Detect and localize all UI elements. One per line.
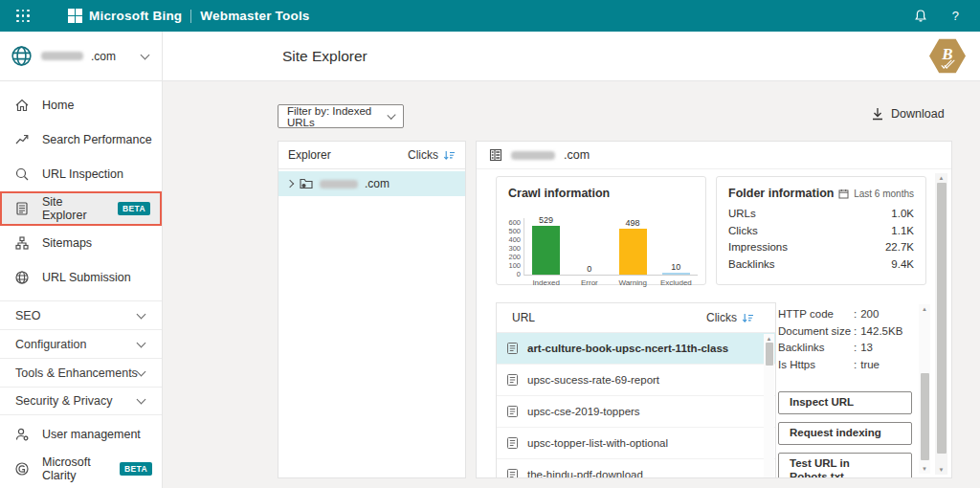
url-list-item[interactable]: upsc-sucess-rate-69-report xyxy=(497,365,775,396)
sidebar-item-microsoft-clarity[interactable]: Microsoft Clarity BETA xyxy=(0,452,162,486)
url-label: the-hindu-pdf-download xyxy=(527,469,643,478)
sidebar-item-site-explorer[interactable]: Site Explorer BETA xyxy=(0,191,162,226)
globe-icon xyxy=(10,44,33,68)
sidebar-item-label: SEO xyxy=(15,309,40,322)
sidebar-accordion-group: SEO Configuration Tools & Enhancements S… xyxy=(0,300,162,415)
url-label: upsc-topper-list-with-optional xyxy=(527,437,668,449)
redacted-domain xyxy=(511,151,555,160)
site-explorer-icon xyxy=(14,201,30,216)
crawl-information-card: Crawl information 600500 400300 200100 0… xyxy=(496,176,706,285)
product-name: Webmaster Tools xyxy=(200,9,309,23)
brand-name: Microsoft Bing xyxy=(89,9,182,23)
site-detail-panel: .com Crawl information 600500 400300 200… xyxy=(476,141,952,478)
sidebar-item-configuration[interactable]: Configuration xyxy=(0,329,162,358)
sidebar-item-sitemaps[interactable]: Sitemaps xyxy=(0,226,162,260)
sidebar-item-label: User management xyxy=(42,428,141,441)
magnifier-icon xyxy=(14,166,30,182)
url-list-item[interactable]: upsc-cse-2019-toppers xyxy=(497,396,775,428)
url-list-scrollbar[interactable]: ▲ ▼ xyxy=(764,334,774,478)
stat-row-backlinks: Backlinks9.4K xyxy=(728,256,914,274)
page-header: Site Explorer B xyxy=(163,32,980,81)
url-list-title: URL xyxy=(512,311,535,324)
request-indexing-button[interactable]: Request indexing xyxy=(778,422,912,445)
sort-descending-icon xyxy=(742,313,754,323)
document-icon xyxy=(506,405,519,418)
sidebar-item-search-performance[interactable]: Search Performance xyxy=(0,122,162,157)
chevron-down-icon xyxy=(137,338,146,347)
scrollbar-thumb[interactable] xyxy=(937,183,947,454)
url-list-item[interactable]: upsc-topper-list-with-optional xyxy=(497,428,775,459)
sidebar-item-seo[interactable]: SEO xyxy=(0,300,162,329)
url-sort-clicks[interactable]: Clicks xyxy=(706,311,754,324)
top-app-bar: Microsoft Bing Webmaster Tools ? xyxy=(0,0,980,32)
sort-descending-icon xyxy=(443,150,456,161)
sidebar-item-home[interactable]: Home xyxy=(0,88,162,122)
scroll-up-icon[interactable]: ▲ xyxy=(935,174,947,182)
scroll-up-icon[interactable]: ▲ xyxy=(764,335,774,343)
stat-row-impressions: Impressions22.7K xyxy=(728,239,914,256)
crawl-bar-chart: 600500 400300 200100 0 529 0 498 10 Inde… xyxy=(502,209,698,287)
bar-warning xyxy=(619,229,647,275)
detail-document-size: Document size:142.5KB xyxy=(778,323,916,341)
sidebar-item-label: Sitemaps xyxy=(42,236,92,250)
brand-divider xyxy=(190,10,191,23)
beta-badge: BETA xyxy=(118,202,150,215)
page-title: Site Explorer xyxy=(282,48,368,65)
chevron-down-icon xyxy=(137,395,146,405)
chevron-down-icon xyxy=(137,309,146,319)
test-url-robots-button[interactable]: Test URL in Robots.txt xyxy=(778,453,912,478)
panel-scrollbar[interactable]: ▲ ▼ xyxy=(935,173,947,475)
sidebar-item-label: Microsoft Clarity xyxy=(42,455,107,482)
scrollbar-thumb[interactable] xyxy=(921,373,929,460)
chevron-right-icon xyxy=(286,180,294,188)
redacted-domain xyxy=(41,52,83,60)
scroll-down-icon[interactable]: ▼ xyxy=(935,466,947,474)
scroll-down-icon[interactable]: ▼ xyxy=(919,465,930,473)
url-label: upsc-cse-2019-toppers xyxy=(527,406,640,417)
download-icon xyxy=(872,107,883,121)
document-icon xyxy=(506,436,519,450)
sidebar-item-security-privacy[interactable]: Security & Privacy xyxy=(0,387,162,415)
scrollbar-thumb[interactable] xyxy=(766,343,773,366)
bing-achievement-badge[interactable]: B xyxy=(929,38,966,74)
url-label: upsc-sucess-rate-69-report xyxy=(527,374,659,386)
sidebar-item-url-submission[interactable]: URL Submission xyxy=(0,260,162,295)
filter-dropdown-label: Filter by: Indexed URLs xyxy=(287,105,389,128)
chart-x-axis-labels: IndexedError WarningExcluded xyxy=(502,278,698,287)
url-list-item[interactable]: art-culture-book-upsc-ncert-11th-class xyxy=(497,333,775,365)
stat-row-urls: URLs1.0K xyxy=(728,206,914,223)
site-domain-suffix: .com xyxy=(91,50,116,63)
explorer-tree-root-node[interactable]: .com xyxy=(278,171,465,196)
chart-plot-area: 529 0 498 10 xyxy=(524,209,698,276)
bar-value: 498 xyxy=(626,218,640,228)
help-icon[interactable]: ? xyxy=(952,9,959,23)
waffle-menu-icon[interactable] xyxy=(16,10,30,23)
document-icon xyxy=(506,342,519,355)
explorer-panel: Explorer Clicks .com xyxy=(278,141,466,478)
scroll-up-icon[interactable]: ▲ xyxy=(919,305,930,313)
explorer-sort-clicks[interactable]: Clicks xyxy=(408,148,456,162)
url-label: art-culture-book-upsc-ncert-11th-class xyxy=(527,343,728,354)
filter-dropdown[interactable]: Filter by: Indexed URLs xyxy=(278,104,404,128)
url-list-item[interactable]: the-hindu-pdf-download xyxy=(497,459,775,478)
explorer-panel-title: Explorer xyxy=(288,148,331,162)
bar-excluded xyxy=(662,273,690,275)
beta-badge: BETA xyxy=(120,462,152,476)
notifications-bell-icon[interactable] xyxy=(914,9,927,23)
site-collection-icon xyxy=(489,148,502,162)
inspect-url-button[interactable]: Inspect URL xyxy=(778,391,912,414)
detail-backlinks: Backlinks:13 xyxy=(778,340,916,357)
site-selector-dropdown[interactable]: .com xyxy=(0,32,162,81)
details-scrollbar[interactable]: ▲ ▼ xyxy=(919,304,930,474)
download-button[interactable]: Download xyxy=(872,107,945,121)
sidebar-item-user-management[interactable]: User management xyxy=(0,417,162,452)
sidebar-nav: Home Search Performance URL Inspection S… xyxy=(0,81,162,486)
sidebar-item-url-inspection[interactable]: URL Inspection xyxy=(0,157,162,191)
bar-value: 529 xyxy=(539,215,553,225)
redacted-domain xyxy=(320,180,358,189)
sidebar-item-tools-enhancements[interactable]: Tools & Enhancements xyxy=(0,358,162,387)
clarity-icon xyxy=(14,461,30,477)
sidebar-item-label: Home xyxy=(42,99,74,112)
chevron-down-icon xyxy=(137,366,146,376)
detail-http-code: HTTP code:200 xyxy=(778,306,916,323)
